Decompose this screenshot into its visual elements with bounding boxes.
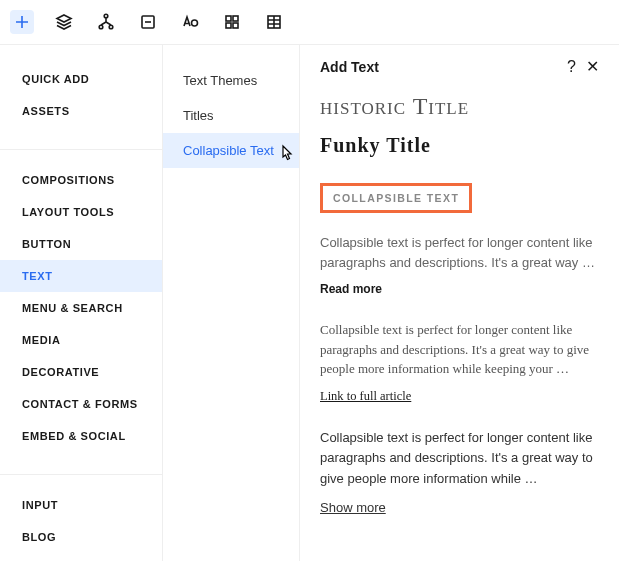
- close-button[interactable]: ✕: [586, 59, 599, 75]
- top-toolbar: [0, 0, 619, 45]
- collapsible-example-2[interactable]: Collapsible text is perfect for longer c…: [320, 320, 599, 404]
- sidebar-item-store[interactable]: STORE: [0, 553, 162, 561]
- primary-sidebar: QUICK ADD ASSETS COMPOSITIONS LAYOUT TOO…: [0, 45, 163, 561]
- sidebar-item-decorative[interactable]: DECORATIVE: [0, 356, 162, 388]
- collapsible-example-3[interactable]: Collapsible text is perfect for longer c…: [320, 428, 599, 515]
- sidebar-group-3: INPUT BLOG STORE: [0, 489, 162, 561]
- submenu-collapsible-text[interactable]: Collapsible Text: [163, 133, 299, 168]
- layers-icon: [55, 13, 73, 31]
- help-button[interactable]: ?: [567, 59, 576, 75]
- sidebar-item-menu-search[interactable]: MENU & SEARCH: [0, 292, 162, 324]
- sidebar-item-compositions[interactable]: COMPOSITIONS: [0, 164, 162, 196]
- sidebar-divider: [0, 149, 162, 150]
- example-body: Collapsible text is perfect for longer c…: [320, 428, 599, 490]
- sidebar-group-2: COMPOSITIONS LAYOUT TOOLS BUTTON TEXT ME…: [0, 164, 162, 460]
- submenu-text-themes[interactable]: Text Themes: [163, 63, 299, 98]
- panel-controls: ? ✕: [567, 59, 599, 75]
- sidebar-item-text[interactable]: TEXT: [0, 260, 162, 292]
- example-body: Collapsible text is perfect for longer c…: [320, 320, 599, 379]
- svg-rect-7: [226, 23, 231, 28]
- historic-title-preview[interactable]: historic Title: [320, 93, 599, 120]
- add-element-button[interactable]: [10, 10, 34, 34]
- show-more-link[interactable]: Show more: [320, 500, 599, 515]
- svg-point-2: [109, 25, 113, 29]
- full-article-link[interactable]: Link to full article: [320, 389, 599, 404]
- sidebar-item-contact-forms[interactable]: CONTACT & FORMS: [0, 388, 162, 420]
- secondary-sidebar: Text Themes Titles Collapsible Text: [163, 45, 300, 561]
- svg-rect-8: [233, 23, 238, 28]
- table-icon: [266, 14, 282, 30]
- sidebar-group-1: QUICK ADD ASSETS: [0, 63, 162, 135]
- sidebar-item-blog[interactable]: BLOG: [0, 521, 162, 553]
- main-area: QUICK ADD ASSETS COMPOSITIONS LAYOUT TOO…: [0, 45, 619, 561]
- grid-icon: [224, 14, 240, 30]
- panel-header: Add Text ? ✕: [320, 59, 599, 75]
- collapsible-example-1[interactable]: Collapsible text is perfect for longer c…: [320, 233, 599, 296]
- sidebar-item-input[interactable]: INPUT: [0, 489, 162, 521]
- svg-point-1: [99, 25, 103, 29]
- sidebar-item-assets[interactable]: ASSETS: [0, 95, 162, 127]
- sidebar-divider: [0, 474, 162, 475]
- structure-button[interactable]: [94, 10, 118, 34]
- sidebar-item-media[interactable]: MEDIA: [0, 324, 162, 356]
- sidebar-item-embed-social[interactable]: EMBED & SOCIAL: [0, 420, 162, 452]
- structure-icon: [97, 13, 115, 31]
- svg-rect-6: [233, 16, 238, 21]
- sidebar-item-button[interactable]: BUTTON: [0, 228, 162, 260]
- example-body: Collapsible text is perfect for longer c…: [320, 233, 599, 272]
- submenu-titles[interactable]: Titles: [163, 98, 299, 133]
- sidebar-item-layout-tools[interactable]: LAYOUT TOOLS: [0, 196, 162, 228]
- layers-button[interactable]: [52, 10, 76, 34]
- grid-button[interactable]: [220, 10, 244, 34]
- panel-title: Add Text: [320, 59, 379, 75]
- table-button[interactable]: [262, 10, 286, 34]
- section-label: COLLAPSIBLE TEXT: [333, 192, 459, 204]
- section-label-highlight: COLLAPSIBLE TEXT: [320, 183, 472, 213]
- sidebar-item-quick-add[interactable]: QUICK ADD: [0, 63, 162, 95]
- plus-icon: [14, 14, 30, 30]
- svg-rect-5: [226, 16, 231, 21]
- typography-button[interactable]: [178, 10, 202, 34]
- minus-box-icon: [140, 14, 156, 30]
- svg-point-4: [192, 20, 198, 26]
- content-panel: Add Text ? ✕ historic Title Funky Title …: [300, 45, 619, 561]
- typography-icon: [181, 13, 199, 31]
- svg-point-0: [104, 14, 108, 18]
- section-button[interactable]: [136, 10, 160, 34]
- read-more-link[interactable]: Read more: [320, 282, 599, 296]
- funky-title-preview[interactable]: Funky Title: [320, 134, 599, 157]
